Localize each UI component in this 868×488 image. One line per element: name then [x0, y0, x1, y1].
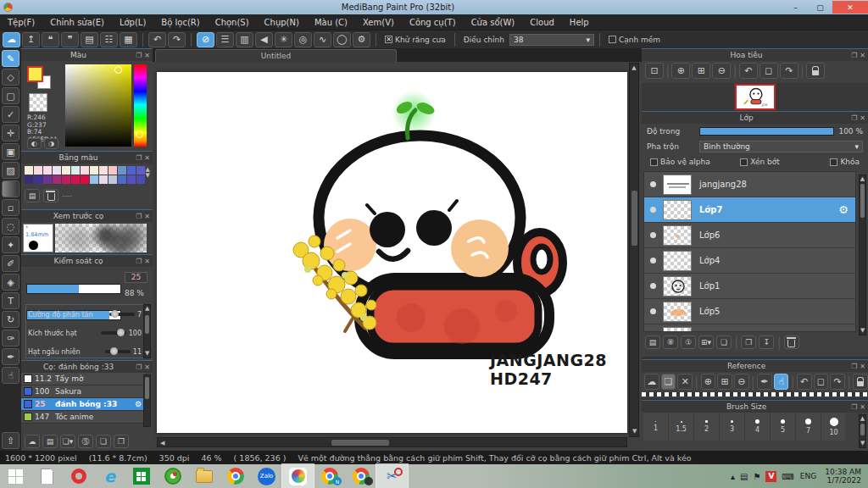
pen-tool-icon[interactable]: ✑ — [2, 330, 19, 347]
palette-swatch[interactable] — [118, 175, 126, 184]
ref-reset-rotation-icon[interactable]: ◻ — [814, 374, 829, 390]
new-layer-button[interactable]: ▤ — [645, 336, 660, 349]
zoom-out-icon[interactable]: ⊖ — [712, 63, 731, 79]
ref-cloud-upload-icon[interactable]: ☁ — [644, 374, 659, 390]
eraser-tool-icon[interactable]: ◇ — [2, 69, 19, 86]
palette-swatch[interactable] — [136, 175, 145, 184]
palette-swatch[interactable] — [25, 166, 33, 175]
tray-flag-icon[interactable]: ⚑ — [753, 472, 760, 481]
new-palette-color-button[interactable]: ▤ — [25, 189, 40, 202]
palette-swatch[interactable] — [62, 175, 70, 184]
brush-settings-gear-icon[interactable]: ⚙ — [135, 400, 142, 408]
layer-row-partial[interactable] — [644, 324, 855, 332]
magic-wand-tool-icon[interactable]: ✦ — [2, 236, 19, 253]
move-tool-icon[interactable]: ✛ — [2, 125, 19, 141]
control-scrollbar[interactable]: ▲▼ — [143, 304, 151, 358]
correction-concentric-icon[interactable]: ◎ — [294, 32, 312, 47]
menu-color[interactable]: Màu (C) — [307, 18, 355, 27]
shape-tool-icon[interactable]: ▣ — [2, 143, 19, 160]
layer-visible-icon[interactable] — [650, 308, 656, 314]
text-tool-icon[interactable]: T — [2, 292, 19, 309]
tray-unikey-icon[interactable]: V — [765, 471, 776, 482]
popout-icon[interactable]: ❐ — [136, 258, 142, 265]
popout-icon[interactable]: ❐ — [851, 114, 857, 122]
new-8bit-layer-button[interactable]: ⑧ — [663, 336, 678, 349]
tray-tablet-icon[interactable]: ▤ — [740, 472, 748, 481]
zoom-area-icon[interactable]: ⊡ — [645, 63, 664, 79]
param-slider[interactable] — [105, 350, 131, 353]
minimize-button[interactable]: – — [783, 1, 808, 14]
popout-icon[interactable]: ❐ — [136, 213, 142, 220]
palette-swatch[interactable] — [127, 166, 136, 175]
script-brush-button[interactable]: Ⓢ — [78, 435, 93, 448]
ref-rotate-cw-icon[interactable]: ↷ — [830, 374, 845, 390]
taskbar-coccoc-icon[interactable] — [157, 464, 188, 488]
close-icon[interactable]: ✕ — [860, 114, 865, 122]
brush-size-cell[interactable]: 1 — [643, 413, 669, 441]
brush-size-scrollbar[interactable]: ▲▼ — [859, 414, 866, 448]
brush-item[interactable]: 147Tóc anime — [21, 411, 145, 424]
brush-size-cell[interactable]: 4 — [745, 413, 771, 441]
palette-swatch[interactable] — [81, 166, 89, 175]
new-brush-button[interactable]: ▤ — [42, 435, 58, 448]
tray-language[interactable]: ENG — [800, 472, 816, 480]
ref-zoom-out-icon[interactable]: ⊖ — [734, 374, 749, 390]
correction-gear-icon[interactable]: ⚙ — [353, 32, 370, 47]
saturation-value-square[interactable] — [65, 64, 131, 147]
brush-item[interactable]: 11.2Tẩy mờ — [21, 373, 145, 385]
brush-size-slider[interactable] — [26, 284, 121, 294]
layer-blend-dropdown[interactable]: Bình thường▾ — [699, 141, 863, 152]
close-icon[interactable]: ✕ — [144, 363, 150, 371]
brush-tool-icon[interactable]: ✎ — [2, 50, 19, 67]
taskbar-ie-icon[interactable]: e — [94, 464, 125, 488]
duplicate-brush-button[interactable]: ❐ — [114, 435, 129, 448]
popout-icon[interactable]: ❐ — [136, 52, 142, 59]
hue-bar[interactable] — [134, 64, 147, 147]
correction-grid-icon[interactable]: ▥ — [236, 32, 253, 47]
color-mode-button-2[interactable]: ◑ — [44, 138, 58, 149]
menu-tools[interactable]: Công cụ(T) — [402, 18, 464, 27]
protect-alpha-checkbox[interactable]: Bảo vệ alpha — [650, 158, 737, 166]
rotate-ccw-icon[interactable]: ↶ — [739, 63, 758, 79]
lock-checkbox[interactable]: Khóa — [830, 158, 860, 166]
brush-size-cell[interactable]: 2 — [694, 413, 720, 441]
palette-swatch[interactable] — [25, 175, 33, 184]
correction-ellipse-icon[interactable]: ◯ — [333, 32, 351, 47]
layer-list-scrollbar[interactable]: ▲▼ — [859, 175, 866, 336]
foreground-color-swatch[interactable] — [27, 66, 43, 82]
brush-size-cell[interactable]: 7 — [796, 413, 821, 441]
merge-layer-button[interactable]: ↧ — [759, 336, 774, 349]
menu-view[interactable]: Xem(V) — [355, 18, 402, 27]
canvas-vertical-scrollbar[interactable]: ▲ ▼ — [629, 63, 639, 437]
redo-button[interactable]: ↷ — [168, 32, 186, 47]
menu-cloud[interactable]: Cloud — [522, 18, 562, 27]
new-1bit-layer-button[interactable]: ① — [681, 336, 696, 349]
param-slider[interactable] — [101, 331, 126, 335]
taskbar-opera-icon[interactable] — [63, 464, 94, 488]
palette-swatch[interactable] — [81, 175, 89, 184]
close-icon[interactable]: ✕ — [144, 52, 150, 59]
delete-layer-button[interactable] — [784, 336, 799, 349]
popout-icon[interactable]: ❐ — [851, 363, 857, 370]
layer-visible-icon[interactable] — [650, 207, 656, 213]
cloud-save-icon[interactable]: ☁ — [3, 32, 20, 47]
palette-swatch[interactable] — [108, 166, 117, 175]
fit-screen-icon[interactable]: ⊞ — [692, 63, 710, 79]
menu-filter[interactable]: Bộ lọc(R) — [153, 18, 207, 27]
duplicate-layer-button[interactable]: ❐ — [741, 336, 756, 349]
palette-swatch[interactable] — [43, 175, 52, 184]
antialias-checkbox[interactable]: ✕Khử răng cưa — [385, 36, 446, 44]
grid-table-icon[interactable]: ▦ — [120, 32, 137, 47]
taskbar-notepad-icon[interactable] — [31, 464, 63, 488]
param-slider[interactable] — [109, 313, 135, 316]
ref-eyedropper-icon[interactable]: ✒ — [757, 374, 772, 390]
palette-swatch[interactable] — [71, 166, 80, 175]
export-icon[interactable]: ↥ — [22, 32, 40, 47]
layer-visible-icon[interactable] — [650, 258, 656, 263]
menu-file[interactable]: Tệp(F) — [0, 18, 42, 27]
taskbar-store-icon[interactable] — [125, 464, 157, 488]
correction-parallel-icon[interactable]: ☰ — [216, 32, 234, 47]
gradient-tool-icon[interactable] — [2, 180, 19, 197]
palette-swatch[interactable] — [71, 175, 80, 184]
taskbar-chrome-2-icon[interactable] — [345, 464, 376, 488]
